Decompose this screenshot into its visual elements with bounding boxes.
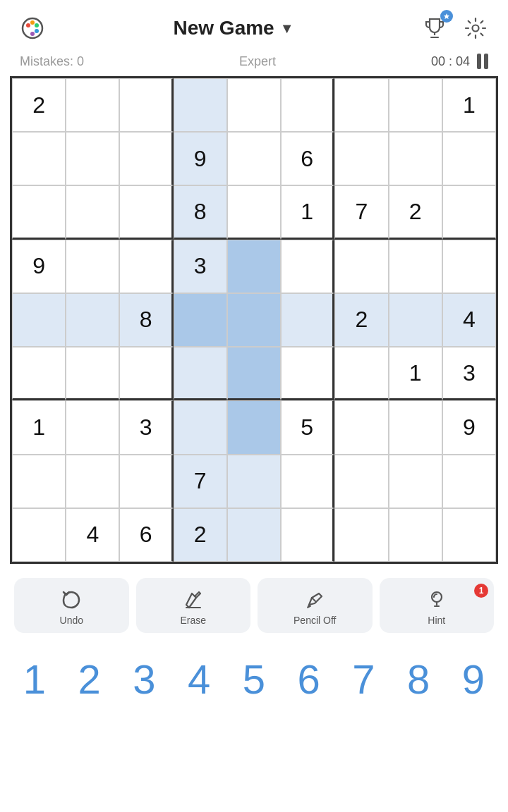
cell-3-5[interactable] [281, 240, 334, 293]
cell-6-2[interactable]: 3 [119, 400, 173, 454]
cell-7-0[interactable] [12, 455, 66, 508]
cell-2-6[interactable]: 7 [334, 185, 388, 239]
numpad-9[interactable]: 9 [449, 651, 497, 708]
cell-7-6[interactable] [334, 455, 388, 508]
cell-7-8[interactable] [442, 455, 496, 508]
cell-4-5[interactable] [281, 293, 334, 347]
cell-0-6[interactable] [334, 78, 388, 132]
cell-4-3[interactable] [174, 293, 227, 347]
cell-3-6[interactable] [334, 240, 388, 293]
cell-1-5[interactable]: 6 [281, 132, 334, 185]
cell-7-2[interactable] [119, 455, 173, 508]
cell-6-0[interactable]: 1 [12, 400, 66, 454]
cell-2-5[interactable]: 1 [281, 185, 334, 239]
cell-7-3[interactable]: 7 [174, 455, 227, 508]
undo-button[interactable]: Undo [14, 578, 129, 633]
settings-button[interactable] [460, 13, 491, 44]
cell-0-4[interactable] [227, 78, 281, 132]
cell-1-6[interactable] [334, 132, 388, 185]
cell-4-1[interactable] [66, 293, 119, 347]
new-game-button[interactable]: New Game ▼ [174, 17, 294, 39]
cell-3-3[interactable]: 3 [174, 240, 227, 293]
cell-1-0[interactable] [12, 132, 66, 185]
cell-3-1[interactable] [66, 240, 119, 293]
cell-0-1[interactable] [66, 78, 119, 132]
numpad-8[interactable]: 8 [394, 651, 442, 708]
cell-1-3[interactable]: 9 [174, 132, 227, 185]
trophy-button[interactable] [419, 13, 450, 44]
cell-7-1[interactable] [66, 455, 119, 508]
erase-button[interactable]: Erase [136, 578, 251, 633]
cell-5-8[interactable]: 3 [442, 347, 496, 400]
cell-4-7[interactable] [389, 293, 442, 347]
cell-2-2[interactable] [119, 185, 173, 239]
pencil-button[interactable]: Pencil Off [258, 578, 373, 633]
numpad-2[interactable]: 2 [66, 651, 114, 708]
timer: 00 : 04 [431, 54, 488, 69]
pause-button[interactable] [477, 54, 488, 69]
cell-4-2[interactable]: 8 [119, 293, 173, 347]
cell-2-0[interactable] [12, 185, 66, 239]
cell-5-4[interactable] [227, 347, 281, 400]
cell-1-8[interactable] [442, 132, 496, 185]
cell-5-2[interactable] [119, 347, 173, 400]
numpad-5[interactable]: 5 [230, 651, 278, 708]
cell-5-6[interactable] [334, 347, 388, 400]
cell-5-3[interactable] [174, 347, 227, 400]
cell-8-1[interactable]: 4 [66, 508, 119, 562]
cell-3-0[interactable]: 9 [12, 240, 66, 293]
cell-8-6[interactable] [334, 508, 388, 562]
numpad-6[interactable]: 6 [285, 651, 333, 708]
cell-1-1[interactable] [66, 132, 119, 185]
cell-8-4[interactable] [227, 508, 281, 562]
cell-6-7[interactable] [389, 400, 442, 454]
cell-6-6[interactable] [334, 400, 388, 454]
cell-6-3[interactable] [174, 400, 227, 454]
palette-button[interactable] [17, 13, 48, 44]
cell-0-7[interactable] [389, 78, 442, 132]
cell-0-3[interactable] [174, 78, 227, 132]
cell-5-0[interactable] [12, 347, 66, 400]
cell-6-8[interactable]: 9 [442, 400, 496, 454]
cell-1-2[interactable] [119, 132, 173, 185]
cell-4-4[interactable] [227, 293, 281, 347]
cell-1-7[interactable] [389, 132, 442, 185]
cell-0-0[interactable]: 2 [12, 78, 66, 132]
cell-7-4[interactable] [227, 455, 281, 508]
cell-6-4[interactable] [227, 400, 281, 454]
cell-2-7[interactable]: 2 [389, 185, 442, 239]
cell-4-0[interactable] [12, 293, 66, 347]
cell-8-7[interactable] [389, 508, 442, 562]
cell-8-3[interactable]: 2 [174, 508, 227, 562]
cell-2-4[interactable] [227, 185, 281, 239]
cell-6-5[interactable]: 5 [281, 400, 334, 454]
cell-2-3[interactable]: 8 [174, 185, 227, 239]
cell-3-7[interactable] [389, 240, 442, 293]
cell-0-5[interactable] [281, 78, 334, 132]
numpad-4[interactable]: 4 [175, 651, 223, 708]
hint-button[interactable]: Hint 1 [380, 578, 495, 633]
numpad-1[interactable]: 1 [11, 651, 59, 708]
cell-3-8[interactable] [442, 240, 496, 293]
cell-0-8[interactable]: 1 [442, 78, 496, 132]
cell-0-2[interactable] [119, 78, 173, 132]
numpad-3[interactable]: 3 [120, 651, 168, 708]
cell-2-8[interactable] [442, 185, 496, 239]
cell-2-1[interactable] [66, 185, 119, 239]
cell-1-4[interactable] [227, 132, 281, 185]
cell-5-5[interactable] [281, 347, 334, 400]
cell-7-5[interactable] [281, 455, 334, 508]
cell-6-1[interactable] [66, 400, 119, 454]
numpad-7[interactable]: 7 [339, 651, 387, 708]
cell-4-8[interactable]: 4 [442, 293, 496, 347]
cell-7-7[interactable] [389, 455, 442, 508]
cell-8-0[interactable] [12, 508, 66, 562]
cell-3-4[interactable] [227, 240, 281, 293]
cell-5-1[interactable] [66, 347, 119, 400]
cell-8-8[interactable] [442, 508, 496, 562]
cell-4-6[interactable]: 2 [334, 293, 388, 347]
cell-8-2[interactable]: 6 [119, 508, 173, 562]
cell-5-7[interactable]: 1 [389, 347, 442, 400]
cell-8-5[interactable] [281, 508, 334, 562]
cell-3-2[interactable] [119, 240, 173, 293]
